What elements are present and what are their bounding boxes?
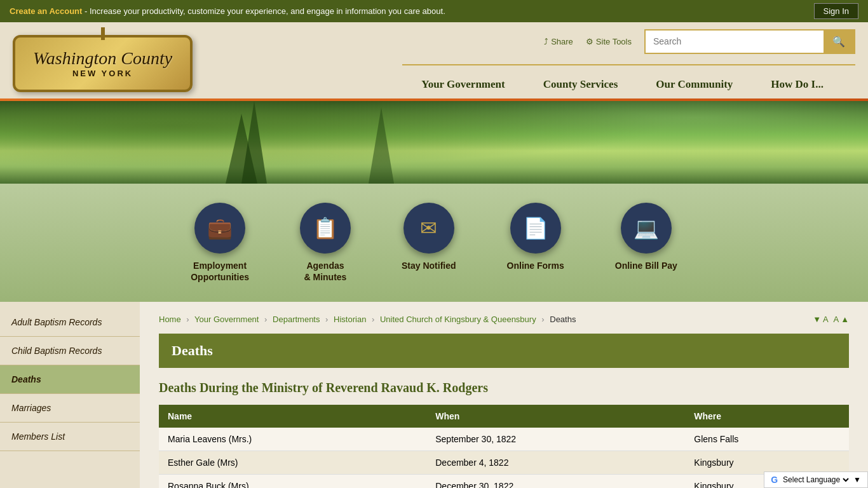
computer-icon: 💻 <box>621 203 672 254</box>
topbar-text: - Increase your productivity, customize … <box>85 6 445 16</box>
sitetools-label: Site Tools <box>596 37 632 46</box>
hero-image <box>0 101 868 184</box>
sign-in-button[interactable]: Sign In <box>814 3 858 19</box>
sidebar-item-child-baptism[interactable]: Child Baptism Records <box>0 337 140 365</box>
font-increase-button[interactable]: A ▲ <box>834 315 849 324</box>
quick-link-agendas[interactable]: 📋 Agendas& Minutes <box>275 196 376 289</box>
share-label: Share <box>551 37 573 46</box>
table-row: Rosanna Buck (Mrs)December 30, 1822Kings… <box>159 475 849 488</box>
logo-area: Washington County NEW YORK <box>13 35 193 92</box>
table-cell: Rosanna Buck (Mrs) <box>159 475 426 488</box>
envelope-icon: ✉ <box>403 203 454 254</box>
table-cell: Esther Gale (Mrs) <box>159 451 426 475</box>
table-header-where: Where <box>685 405 849 428</box>
table-cell: December 30, 1822 <box>426 475 685 488</box>
quick-link-billpay-label: Online Bill Pay <box>615 260 677 271</box>
table-cell: Maria Leavens (Mrs.) <box>159 428 426 451</box>
search-input[interactable] <box>646 31 824 51</box>
briefcase-icon: 💼 <box>194 203 245 254</box>
sidebar-item-adult-baptism[interactable]: Adult Baptism Records <box>0 308 140 337</box>
table-header-name: Name <box>159 405 426 428</box>
logo-text: Washington County <box>33 49 172 69</box>
quick-link-billpay[interactable]: 💻 Online Bill Pay <box>590 196 703 289</box>
breadcrumb-sep-4: › <box>372 315 374 324</box>
gear-icon: ⚙ <box>586 37 593 46</box>
share-button[interactable]: ⤴ Share <box>544 37 573 46</box>
sidebar-item-deaths[interactable]: Deaths <box>0 365 140 394</box>
breadcrumb-sep-2: › <box>264 315 267 324</box>
deaths-table-body: Maria Leavens (Mrs.)September 30, 1822Gl… <box>159 428 849 488</box>
search-bar: 🔍 <box>644 29 855 54</box>
quick-link-employment[interactable]: 💼 EmploymentOpportunities <box>165 196 275 289</box>
forms-icon: 📄 <box>510 203 561 254</box>
deaths-table: Name When Where Maria Leavens (Mrs.)Sept… <box>159 405 849 488</box>
content-heading: Deaths During the Ministry of Reverend R… <box>159 381 849 395</box>
sidebar: Adult Baptism Records Child Baptism Reco… <box>0 302 140 488</box>
table-cell: Glens Falls <box>685 428 849 451</box>
quick-link-notify[interactable]: ✉ Stay Notified <box>376 196 482 289</box>
nav-item-county[interactable]: County Services <box>524 71 637 98</box>
content-area: Adult Baptism Records Child Baptism Reco… <box>0 302 868 488</box>
search-button[interactable]: 🔍 <box>824 30 854 53</box>
search-icon: 🔍 <box>832 36 845 47</box>
breadcrumb-sep-1: › <box>186 315 189 324</box>
breadcrumb-sep-5: › <box>541 315 544 324</box>
footer-language: G Select Language ▼ <box>764 471 868 488</box>
table-row: Maria Leavens (Mrs.)September 30, 1822Gl… <box>159 428 849 451</box>
logo-subtext: NEW YORK <box>33 69 172 78</box>
breadcrumb-church[interactable]: United Church of Kingsbury & Queensbury <box>380 315 536 324</box>
share-icon: ⤴ <box>544 37 548 46</box>
quick-link-forms[interactable]: 📄 Online Forms <box>482 196 590 289</box>
table-header-when: When <box>426 405 685 428</box>
quick-link-notify-label: Stay Notified <box>402 260 456 271</box>
breadcrumb-departments[interactable]: Departments <box>273 315 320 324</box>
header-tools: ⤴ Share ⚙ Site Tools 🔍 <box>544 29 855 54</box>
google-logo: G <box>771 475 778 485</box>
page-title: Deaths <box>172 342 836 359</box>
breadcrumb: Home › Your Government › Departments › H… <box>159 315 849 324</box>
sitetools-button[interactable]: ⚙ Site Tools <box>586 37 632 46</box>
create-account-link[interactable]: Create an Account <box>10 6 82 16</box>
breadcrumb-sep-3: › <box>325 315 328 324</box>
table-cell: September 30, 1822 <box>426 428 685 451</box>
sidebar-item-members[interactable]: Members List <box>0 423 140 451</box>
breadcrumb-government[interactable]: Your Government <box>194 315 259 324</box>
font-controls: ▼ A A ▲ <box>813 315 849 324</box>
header: Washington County NEW YORK ⤴ Share ⚙ Sit… <box>0 22 868 98</box>
nav-item-howdoi[interactable]: How Do I... <box>752 71 843 98</box>
logo-box[interactable]: Washington County NEW YORK <box>13 35 193 92</box>
header-right: ⤴ Share ⚙ Site Tools 🔍 Your Government C… <box>193 29 855 98</box>
page-title-bar: Deaths <box>159 334 849 368</box>
table-row: Esther Gale (Mrs)December 4, 1822Kingsbu… <box>159 451 849 475</box>
quick-link-agendas-label: Agendas& Minutes <box>304 260 347 283</box>
nav-item-community[interactable]: Our Community <box>637 71 752 98</box>
dropdown-arrow-icon: ▼ <box>853 475 861 484</box>
breadcrumb-links: Home › Your Government › Departments › H… <box>159 315 576 324</box>
breadcrumb-historian[interactable]: Historian <box>334 315 366 324</box>
main-nav: Your Government County Services Our Comm… <box>402 64 855 98</box>
font-decrease-button[interactable]: ▼ A <box>813 315 828 324</box>
breadcrumb-home[interactable]: Home <box>159 315 181 324</box>
quick-link-forms-label: Online Forms <box>507 260 564 271</box>
agendas-icon: 📋 <box>300 203 351 254</box>
top-bar: Create an Account - Increase your produc… <box>0 0 868 22</box>
breadcrumb-current: Deaths <box>550 315 576 324</box>
quick-links-bar: 💼 EmploymentOpportunities 📋 Agendas& Min… <box>0 184 868 302</box>
quick-link-employment-label: EmploymentOpportunities <box>191 260 249 283</box>
nav-item-government[interactable]: Your Government <box>402 71 524 98</box>
main-content: Home › Your Government › Departments › H… <box>140 302 868 488</box>
language-select[interactable]: Select Language <box>780 475 851 485</box>
sidebar-item-marriages[interactable]: Marriages <box>0 394 140 423</box>
table-cell: December 4, 1822 <box>426 451 685 475</box>
